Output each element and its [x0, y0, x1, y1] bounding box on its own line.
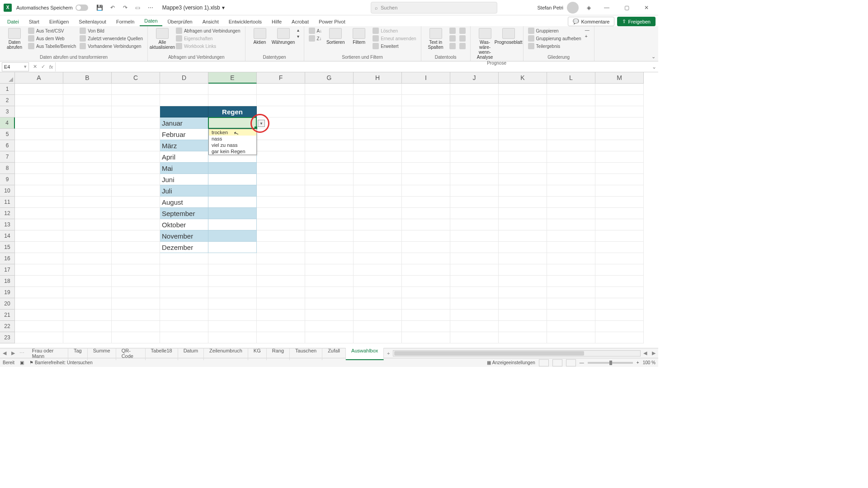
cell[interactable] — [354, 151, 402, 163]
cell[interactable] — [257, 321, 305, 332]
datatool-1[interactable] — [448, 27, 457, 34]
cell[interactable] — [208, 321, 257, 332]
display-settings[interactable]: ▦ Anzeigeeinstellungen — [487, 360, 535, 365]
cell[interactable] — [547, 163, 595, 174]
cell[interactable] — [547, 174, 595, 185]
col-header-D[interactable]: D — [160, 72, 208, 84]
cell[interactable] — [112, 84, 160, 95]
cell[interactable] — [63, 151, 112, 163]
col-header-G[interactable]: G — [305, 72, 354, 84]
status-macro-icon[interactable]: ▣ — [20, 360, 24, 365]
cell[interactable] — [208, 95, 257, 106]
cell[interactable] — [402, 163, 450, 174]
cell[interactable] — [595, 287, 644, 298]
month-cell[interactable]: Juli — [160, 185, 208, 197]
cell[interactable] — [354, 129, 402, 140]
cell[interactable] — [354, 276, 402, 287]
cell[interactable] — [305, 287, 354, 298]
value-cell[interactable] — [208, 219, 257, 230]
sheet-tab[interactable]: Tabelle18 — [146, 347, 178, 360]
value-cell[interactable] — [208, 163, 257, 174]
sheet-tab[interactable]: KG — [248, 347, 267, 360]
cell[interactable] — [499, 208, 547, 219]
cell[interactable] — [160, 264, 208, 276]
cell[interactable] — [112, 174, 160, 185]
cell[interactable] — [450, 174, 499, 185]
cell[interactable] — [499, 174, 547, 185]
cell[interactable] — [547, 242, 595, 253]
cell[interactable] — [208, 287, 257, 298]
row-header-14[interactable]: 14 — [0, 230, 15, 242]
cell[interactable] — [63, 208, 112, 219]
cell[interactable] — [595, 197, 644, 208]
cell[interactable] — [112, 95, 160, 106]
cell[interactable] — [402, 276, 450, 287]
cell[interactable] — [547, 298, 595, 310]
cell[interactable] — [499, 197, 547, 208]
cell[interactable] — [354, 208, 402, 219]
row-header-2[interactable]: 2 — [0, 95, 15, 106]
cell[interactable] — [402, 106, 450, 117]
cell[interactable] — [112, 310, 160, 321]
cell[interactable] — [547, 287, 595, 298]
collapse-ribbon-icon[interactable]: ⌄ — [651, 54, 656, 60]
cell[interactable] — [257, 163, 305, 174]
cell[interactable] — [547, 332, 595, 343]
cell[interactable] — [112, 264, 160, 276]
cell[interactable] — [595, 298, 644, 310]
cell[interactable] — [112, 332, 160, 343]
cell[interactable] — [402, 197, 450, 208]
sheet-nav-prev[interactable]: ◀ — [0, 350, 9, 356]
col-header-H[interactable]: H — [354, 72, 402, 84]
cell[interactable] — [15, 129, 63, 140]
cell[interactable] — [595, 95, 644, 106]
cell[interactable] — [208, 276, 257, 287]
outline-expand[interactable]: + — [584, 33, 590, 39]
cell[interactable] — [160, 95, 208, 106]
cell[interactable] — [450, 197, 499, 208]
zoom-level[interactable]: 100 % — [643, 360, 656, 365]
select-all-corner[interactable] — [0, 72, 15, 84]
cell[interactable] — [595, 310, 644, 321]
cell[interactable] — [15, 253, 63, 264]
cell[interactable] — [402, 321, 450, 332]
cell[interactable] — [112, 242, 160, 253]
cell[interactable] — [595, 129, 644, 140]
cell[interactable] — [499, 332, 547, 343]
cell[interactable] — [354, 84, 402, 95]
cell[interactable] — [450, 208, 499, 219]
cell[interactable] — [305, 174, 354, 185]
col-header-B[interactable]: B — [63, 72, 112, 84]
cell[interactable] — [257, 276, 305, 287]
row-header-20[interactable]: 20 — [0, 298, 15, 310]
cell[interactable] — [499, 140, 547, 151]
cell[interactable] — [450, 84, 499, 95]
cell[interactable] — [547, 264, 595, 276]
cell[interactable] — [305, 163, 354, 174]
name-box[interactable]: E4 ▾ — [2, 62, 29, 71]
sheet-nav-next[interactable]: ▶ — [9, 350, 18, 356]
cell[interactable] — [63, 242, 112, 253]
grid[interactable]: ABCDEFGHIJKLM 12345678910111213141516171… — [0, 72, 658, 348]
cell[interactable] — [450, 117, 499, 129]
cell[interactable] — [63, 106, 112, 117]
cell[interactable] — [305, 129, 354, 140]
sort-az-button[interactable]: A↓ — [308, 27, 323, 34]
cell[interactable] — [63, 298, 112, 310]
dropdown-option[interactable]: viel zu nass — [209, 142, 256, 148]
row-header-22[interactable]: 22 — [0, 321, 15, 332]
month-cell[interactable]: Dezember — [160, 242, 208, 253]
month-cell[interactable]: Februar — [160, 129, 208, 140]
cell[interactable] — [402, 151, 450, 163]
cell[interactable] — [257, 129, 305, 140]
cell[interactable] — [112, 208, 160, 219]
datatool-4[interactable] — [458, 27, 467, 34]
cell[interactable] — [112, 185, 160, 197]
cell[interactable] — [15, 117, 63, 129]
camera-icon[interactable]: ▭ — [132, 2, 143, 13]
cell[interactable] — [257, 219, 305, 230]
cell[interactable] — [15, 95, 63, 106]
cell[interactable] — [257, 84, 305, 95]
cell[interactable] — [305, 208, 354, 219]
value-cell[interactable] — [208, 174, 257, 185]
